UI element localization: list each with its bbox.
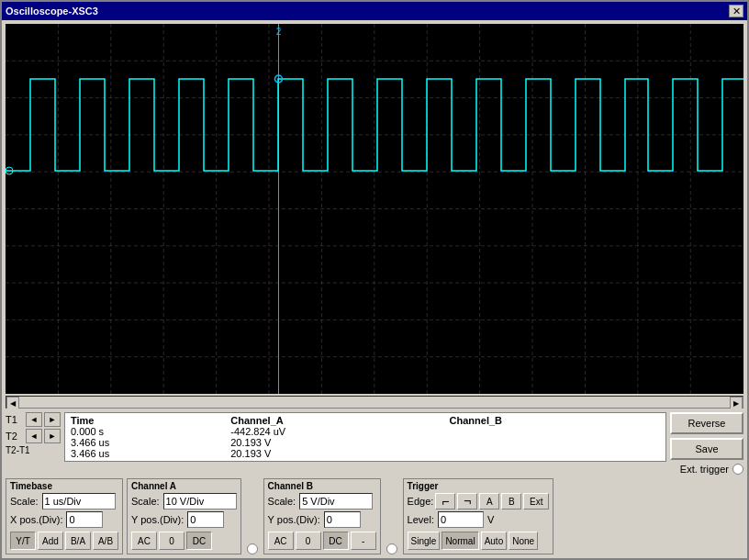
timebase-label: Timebase [10,481,118,491]
t1-right-button[interactable]: ► [44,412,61,427]
trigger-level-row: Level: V [408,511,550,528]
cha-ypos-label: Y pos.(Div): [131,514,184,525]
timebase-scale-label: Scale: [10,496,39,507]
timebase-scale-input[interactable] [42,493,116,510]
t2-label: T2 [6,431,24,442]
trigger-a-button[interactable]: A [479,493,499,510]
time-3: 3.466 us [71,448,230,459]
cursor-t1-row: T1 ◄ ► [6,412,61,427]
trigger-level-unit: V [487,514,494,525]
trigger-auto-button[interactable]: Auto [481,532,508,550]
cha-3: 20.193 V [230,448,449,459]
trigger-panel: Trigger Edge: ⌐ ¬ A B Ext Level: V Singl… [403,478,554,554]
yt-button[interactable]: Y/T [10,532,36,550]
chb-3 [450,448,660,459]
channel-b-header: Channel_B [450,415,660,426]
trigger-edge-label: Edge: [408,496,434,507]
chb-ypos-input[interactable] [324,511,361,528]
svg-text:2: 2 [276,27,282,37]
channel-b-panel: Channel B Scale: Y pos.(Div): AC 0 DC - [263,478,381,554]
channel-separator [247,543,258,554]
ext-trigger-row: Ext. trigger [680,464,743,475]
trigger-b-button[interactable]: B [501,493,521,510]
cha-1: -442.824 uV [230,426,449,437]
cha-0-button[interactable]: 0 [159,532,184,550]
trigger-mode-buttons: Single Normal Auto None [408,532,550,550]
t2-right-button[interactable]: ► [44,429,61,443]
timebase-xpos-input[interactable] [66,511,103,528]
scrollbar-track[interactable] [19,397,730,408]
add-button[interactable]: Add [38,532,63,550]
t2-left-button[interactable]: ◄ [26,429,42,443]
trigger-level-label: Level: [408,514,434,525]
title-bar: Oscilloscope-XSC3 ✕ [2,2,747,20]
close-button[interactable]: ✕ [729,5,743,17]
oscilloscope-window: Oscilloscope-XSC3 ✕ [0,0,749,560]
chb-ac-button[interactable]: AC [268,532,294,550]
channel-ab-radio[interactable] [247,543,258,554]
controls-area: T1 ◄ ► T2 ◄ ► T2-T1 Time Chan [2,409,747,558]
cha-scale-label: Scale: [131,496,160,507]
channel-b-separator [386,543,397,554]
cursors-panel: T1 ◄ ► T2 ◄ ► T2-T1 [6,412,61,455]
trigger-ext-button[interactable]: Ext [523,493,549,510]
chb-0-button[interactable]: 0 [296,532,321,550]
cha-scale-input[interactable] [163,493,237,510]
channel-a-header: Channel_A [230,415,449,426]
scroll-left-button[interactable]: ◀ [6,397,19,409]
trigger-single-button[interactable]: Single [408,532,441,550]
channel-a-panel: Channel A Scale: Y pos.(Div): AC 0 DC [127,478,241,554]
chb-2 [450,437,660,448]
chb-1 [450,426,660,437]
bottom-controls: Timebase Scale: X pos.(Div): Y/T Add B/A… [6,478,743,554]
cha-ypos-row: Y pos.(Div): [131,511,237,528]
trigger-edge-row: Edge: ⌐ ¬ A B Ext [408,493,550,510]
trigger-rising-button[interactable]: ⌐ [435,493,455,510]
measurements-panel: Time Channel_A Channel_B 0.000 s -442.82… [64,412,666,462]
trigger-normal-button[interactable]: Normal [442,532,478,550]
cha-ac-button[interactable]: AC [131,532,157,550]
cha-2: 20.193 V [230,437,449,448]
scrollbar[interactable]: ◀ ▶ [6,396,743,409]
scroll-right-button[interactable]: ▶ [730,397,743,409]
timebase-xpos-label: X pos.(Div): [10,514,62,525]
chb-minus-button[interactable]: - [351,532,376,550]
t2t1-label: T2-T1 [6,445,33,455]
chb-ypos-label: Y pos.(Div): [268,514,320,525]
chb-scale-label: Scale: [268,496,296,507]
channel-a-label: Channel A [131,481,237,491]
time-header: Time [71,415,230,426]
cha-dc-button[interactable]: DC [186,532,212,550]
waveform-display: 2 [6,24,743,394]
t1-label: T1 [6,414,24,425]
right-buttons: Reverse Save Ext. trigger [670,412,743,475]
chb-scale-row: Scale: [268,493,376,510]
save-button[interactable]: Save [670,438,743,460]
ext-trigger-label: Ext. trigger [680,464,729,475]
chb-scale-input[interactable] [299,493,373,510]
timebase-scale-row: Scale: [10,493,118,510]
cursor-t2-row: T2 ◄ ► [6,429,61,443]
cha-scale-row: Scale: [131,493,237,510]
trigger-none-button[interactable]: None [509,532,538,550]
measurement-row-3: 3.466 us 20.193 V [71,448,660,459]
reverse-button[interactable]: Reverse [670,412,743,434]
t1-left-button[interactable]: ◄ [26,412,42,427]
chb-dc-button[interactable]: DC [323,532,349,550]
timebase-xpos-row: X pos.(Div): [10,511,118,528]
trigger-falling-button[interactable]: ¬ [457,493,477,510]
window-title: Oscilloscope-XSC3 [6,6,98,17]
trigger-level-input[interactable] [438,511,484,528]
chb-coupling-buttons: AC 0 DC - [268,532,376,550]
ba-button[interactable]: B/A [65,532,91,550]
time-1: 0.000 s [71,426,230,437]
channel-b-radio[interactable] [386,543,397,554]
top-controls: T1 ◄ ► T2 ◄ ► T2-T1 Time Chan [6,412,743,475]
cha-coupling-buttons: AC 0 DC [131,532,237,550]
chb-ypos-row: Y pos.(Div): [268,511,376,528]
cha-ypos-input[interactable] [187,511,224,528]
measurement-row-1: 0.000 s -442.824 uV [71,426,660,437]
ab-button[interactable]: A/B [93,532,118,550]
oscilloscope-screen: 2 [6,24,743,394]
ext-trigger-radio[interactable] [732,464,743,475]
